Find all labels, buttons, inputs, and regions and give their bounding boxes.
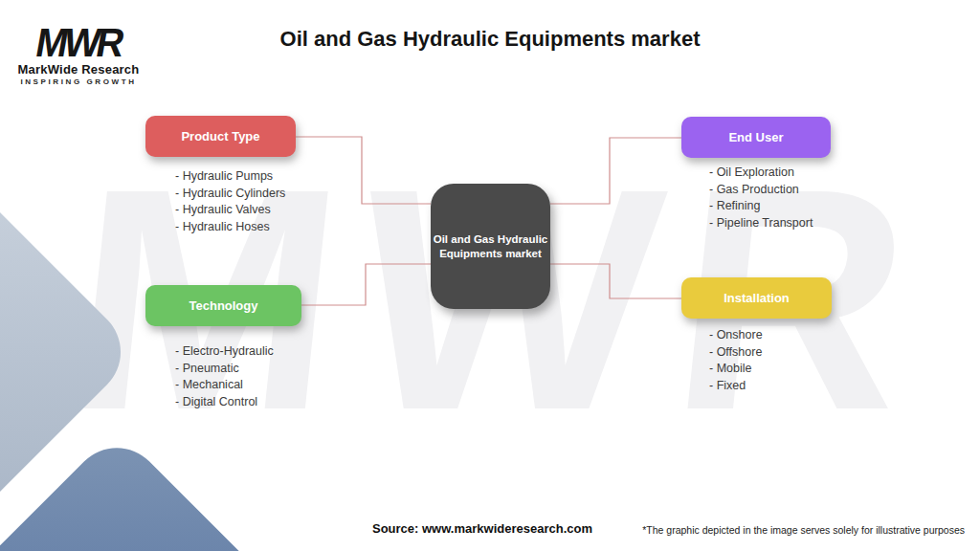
center-node-label-line1: Oil and Gas Hydraulic xyxy=(434,232,548,247)
segment-label-product-type: Product Type xyxy=(181,129,259,143)
page-title: Oil and Gas Hydraulic Equipments market xyxy=(0,27,980,52)
logo-tagline: INSPIRING GROWTH xyxy=(17,77,140,86)
infographic-canvas: MWR MWR MarkWide Research INSPIRING GROW… xyxy=(0,0,980,551)
segment-list-end-user: - Oil Exploration - Gas Production - Ref… xyxy=(709,165,813,231)
segment-box-installation: Installation xyxy=(681,277,832,319)
list-item: - Mobile xyxy=(709,361,763,378)
list-item: - Pneumatic xyxy=(175,361,274,378)
list-item: - Digital Control xyxy=(175,394,274,411)
logo-mwr-mark-icon: MWR xyxy=(13,22,143,62)
list-item: - Refining xyxy=(709,198,813,215)
logo-company-name: MarkWide Research xyxy=(17,62,140,77)
segment-list-technology: - Electro-Hydraulic - Pneumatic - Mechan… xyxy=(175,343,274,410)
segment-box-product-type: Product Type xyxy=(145,116,296,157)
segment-list-installation: - Onshore - Offshore - Mobile - Fixed xyxy=(709,327,763,394)
list-item: - Fixed xyxy=(709,378,763,395)
list-item: - Pipeline Transport xyxy=(709,215,813,232)
segment-label-end-user: End User xyxy=(728,130,783,144)
list-item: - Electro-Hydraulic xyxy=(175,343,274,361)
footer-disclaimer: *The graphic depicted in the image serve… xyxy=(642,524,965,536)
segment-box-end-user: End User xyxy=(681,117,831,158)
footer-source: Source: www.markwideresearch.com xyxy=(339,521,626,536)
list-item: - Hydraulic Valves xyxy=(175,202,285,219)
list-item: - Offshore xyxy=(709,344,763,362)
list-item: - Gas Production xyxy=(709,182,813,199)
list-item: - Onshore xyxy=(709,327,763,344)
center-node: Oil and Gas Hydraulic Equipments market xyxy=(431,184,550,309)
list-item: - Mechanical xyxy=(175,377,274,394)
list-item: - Hydraulic Pumps xyxy=(175,168,285,186)
markwide-research-logo: MWR MarkWide Research INSPIRING GROWTH xyxy=(17,23,140,86)
list-item: - Hydraulic Cylinders xyxy=(175,186,285,203)
center-node-label-line2: Equipments market xyxy=(439,247,542,261)
segment-label-technology: Technology xyxy=(189,298,258,313)
list-item: - Oil Exploration xyxy=(709,165,813,182)
segment-label-installation: Installation xyxy=(724,291,790,305)
list-item: - Hydraulic Hoses xyxy=(175,219,285,236)
segment-box-technology: Technology xyxy=(145,285,301,326)
segment-list-product-type: - Hydraulic Pumps - Hydraulic Cylinders … xyxy=(175,168,285,235)
